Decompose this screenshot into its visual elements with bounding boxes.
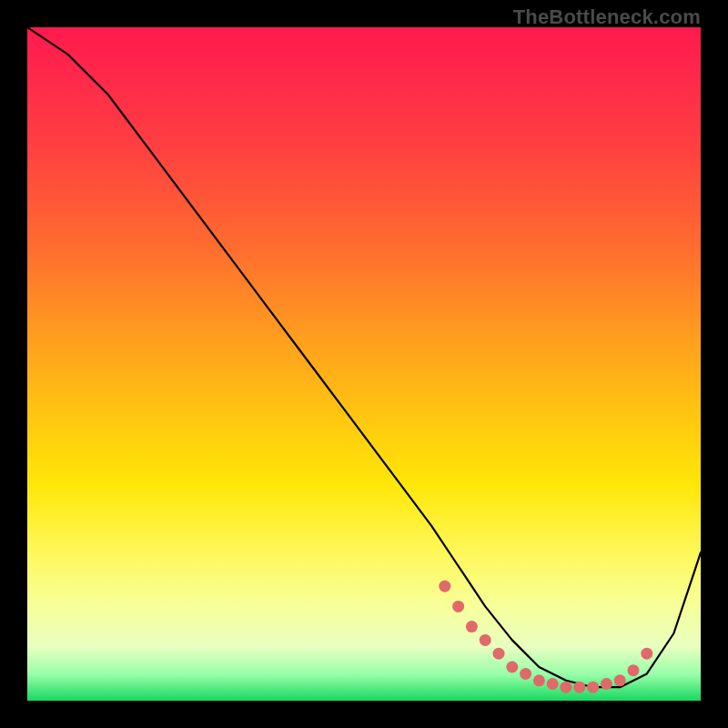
valley-dot [587, 682, 599, 693]
valley-dot [614, 674, 626, 686]
valley-dot [480, 634, 491, 646]
valley-dots-group [439, 581, 652, 693]
valley-dot [573, 682, 585, 693]
valley-dot [466, 621, 478, 632]
valley-dot [452, 601, 464, 612]
curve-svg [27, 27, 701, 701]
valley-dot [641, 648, 652, 660]
valley-dot [439, 581, 450, 592]
attribution-text: TheBottleneck.com [513, 5, 701, 29]
valley-dot [520, 668, 531, 680]
valley-dot [506, 662, 518, 673]
valley-dot [547, 678, 559, 690]
valley-dot [561, 682, 572, 693]
valley-dot [493, 648, 505, 660]
valley-dot [601, 678, 612, 690]
plot-area [27, 27, 701, 701]
valley-dot [533, 674, 545, 686]
valley-dot [628, 664, 640, 676]
chart-stage: TheBottleneck.com [0, 0, 728, 728]
main-curve [27, 27, 701, 687]
